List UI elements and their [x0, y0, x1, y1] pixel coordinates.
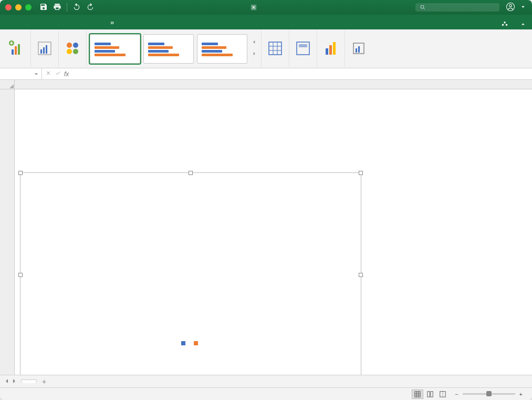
tab-draw[interactable] — [30, 23, 43, 29]
page-break-view-button[interactable] — [437, 389, 448, 399]
chart-styles-gallery — [87, 30, 262, 67]
collapse-ribbon-icon[interactable] — [519, 20, 527, 29]
resize-handle[interactable] — [359, 273, 363, 277]
share-button[interactable] — [497, 18, 515, 29]
row-column-icon — [267, 40, 284, 57]
svg-rect-14 — [46, 45, 47, 54]
svg-point-16 — [73, 43, 78, 48]
chart-style-2[interactable] — [143, 34, 194, 64]
sheet-nav-prev-icon[interactable] — [4, 378, 9, 385]
select-data-icon — [295, 40, 311, 57]
change-chart-type-button[interactable] — [317, 30, 345, 67]
svg-rect-12 — [40, 49, 42, 54]
add-sheet-button[interactable]: + — [37, 377, 51, 386]
svg-rect-9 — [18, 44, 20, 55]
name-box[interactable] — [0, 68, 42, 79]
svg-rect-13 — [43, 47, 45, 54]
tab-formulas[interactable] — [56, 23, 68, 29]
resize-handle[interactable] — [18, 273, 23, 277]
user-icon[interactable] — [506, 2, 515, 13]
change-colors-icon — [64, 40, 81, 57]
svg-rect-22 — [326, 48, 328, 55]
page-layout-view-button[interactable] — [424, 389, 436, 399]
quick-access-toolbar — [39, 3, 95, 13]
svg-rect-20 — [297, 42, 309, 55]
zoom-controls: − + — [455, 391, 527, 397]
svg-point-17 — [67, 49, 72, 54]
save-icon[interactable] — [39, 3, 48, 13]
svg-rect-29 — [427, 391, 430, 397]
svg-rect-30 — [431, 391, 433, 397]
select-all-corner[interactable] — [0, 80, 15, 89]
accept-formula-icon[interactable] — [55, 70, 61, 78]
minimize-button[interactable] — [15, 4, 22, 11]
column-headers — [15, 80, 532, 89]
resize-handle[interactable] — [18, 171, 23, 175]
tab-insert[interactable] — [18, 23, 30, 29]
search-field[interactable] — [415, 3, 499, 12]
resize-handle[interactable] — [189, 171, 193, 175]
svg-point-4 — [504, 22, 506, 24]
normal-view-button[interactable] — [412, 389, 423, 399]
more-tabs-icon[interactable]: » — [106, 15, 118, 29]
move-chart-button[interactable] — [345, 30, 372, 67]
titlebar — [0, 0, 532, 15]
tab-data[interactable] — [68, 23, 81, 29]
svg-rect-26 — [356, 48, 357, 53]
print-icon[interactable] — [53, 3, 61, 13]
ribbon — [0, 29, 532, 68]
style-next-icon[interactable] — [251, 50, 258, 59]
maximize-button[interactable] — [25, 4, 32, 11]
close-button[interactable] — [5, 4, 12, 11]
svg-rect-24 — [333, 42, 336, 55]
svg-rect-28 — [415, 391, 421, 397]
embedded-chart[interactable] — [20, 172, 361, 375]
sheet-tab[interactable] — [21, 380, 37, 383]
chart-style-3[interactable] — [197, 34, 247, 64]
chart-style-1[interactable] — [90, 34, 140, 64]
titlebar-chevron-icon[interactable] — [519, 3, 527, 12]
svg-rect-8 — [15, 46, 17, 55]
excel-icon — [250, 4, 257, 11]
add-chart-element-button[interactable] — [3, 30, 31, 67]
zoom-slider[interactable] — [463, 393, 515, 395]
svg-point-18 — [73, 49, 78, 54]
svg-point-1 — [421, 5, 424, 8]
tab-page-layout[interactable] — [43, 23, 56, 29]
svg-point-3 — [509, 4, 512, 7]
tab-home[interactable] — [5, 23, 18, 29]
svg-rect-21 — [299, 44, 307, 47]
svg-rect-19 — [269, 42, 281, 55]
legend-swatch — [194, 341, 198, 345]
ribbon-tabs: » — [0, 15, 532, 29]
switch-row-column-button[interactable] — [262, 30, 289, 67]
style-prev-icon[interactable] — [251, 38, 258, 48]
sheet-tab-bar: + — [0, 375, 532, 387]
svg-point-6 — [506, 24, 508, 26]
svg-rect-7 — [12, 49, 14, 55]
select-data-button[interactable] — [289, 30, 317, 67]
quick-layout-button[interactable] — [31, 30, 59, 67]
worksheet-grid[interactable] — [0, 80, 532, 375]
fx-icon[interactable]: fx — [64, 70, 69, 78]
tab-view[interactable] — [93, 23, 106, 29]
view-buttons — [412, 389, 448, 399]
change-colors-button[interactable] — [59, 30, 87, 67]
sheet-nav-next-icon[interactable] — [12, 378, 17, 385]
undo-icon[interactable] — [72, 3, 81, 13]
cancel-formula-icon[interactable] — [45, 70, 51, 78]
formula-bar: fx — [0, 68, 532, 80]
svg-rect-23 — [329, 45, 332, 55]
status-bar: − + — [0, 387, 532, 400]
resize-handle[interactable] — [359, 171, 363, 175]
window-controls — [5, 4, 32, 11]
zoom-out-button[interactable]: − — [455, 391, 458, 397]
tab-review[interactable] — [81, 23, 93, 29]
svg-point-5 — [502, 24, 504, 26]
chart-plot-area[interactable] — [31, 181, 350, 339]
redo-icon[interactable] — [86, 3, 95, 13]
svg-point-15 — [67, 43, 72, 48]
chart-legend[interactable] — [20, 339, 361, 347]
zoom-in-button[interactable]: + — [519, 391, 523, 397]
chart-x-axis[interactable] — [94, 327, 345, 339]
